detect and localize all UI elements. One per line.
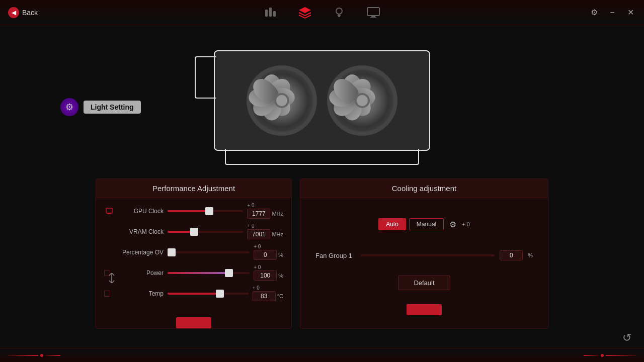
bottom-deco-left <box>8 354 60 357</box>
power-thumb[interactable] <box>225 269 233 277</box>
percentage-ov-value-container: + 0 % <box>254 244 283 260</box>
vram-clock-unit: MHz <box>272 231 283 237</box>
svg-point-4 <box>336 8 342 14</box>
main-content: Performance Adjustment GPU Clock <box>96 178 548 329</box>
deco-line-right-2 <box>584 355 599 356</box>
svg-rect-10 <box>106 208 112 213</box>
performance-apply-button[interactable] <box>176 317 211 328</box>
fan-2-center <box>355 93 370 108</box>
nav-icons <box>263 5 381 21</box>
cooling-apply-button[interactable] <box>407 304 442 315</box>
deco-line-left <box>8 355 38 356</box>
cooling-plus-zero: + 0 <box>462 221 470 227</box>
deco-dot-left <box>40 354 43 357</box>
back-label: Back <box>22 9 38 17</box>
fan-group-1-label: Fan Group 1 <box>315 252 356 259</box>
bottom-deco-right <box>584 354 636 357</box>
nav-performance-icon[interactable] <box>263 5 279 21</box>
temp-label: Temp <box>118 290 164 297</box>
gpu-clock-track <box>168 210 243 212</box>
manual-button[interactable]: Manual <box>409 218 444 230</box>
back-arrow-icon: ◀ <box>8 7 19 18</box>
power-section: Power + 0 % <box>104 265 283 281</box>
temp-unit: °C <box>277 293 283 299</box>
svg-rect-9 <box>370 17 376 18</box>
close-icon[interactable]: ✕ <box>625 7 636 18</box>
percentage-ov-thumb[interactable] <box>168 248 176 256</box>
deco-line-right <box>606 355 636 356</box>
gpu-clock-fill <box>168 210 209 212</box>
performance-body: GPU Clock + 0 MHz VR <box>96 198 291 313</box>
gpu-clock-icon <box>104 207 114 215</box>
light-setting-icon[interactable]: ⚙ <box>60 98 78 116</box>
vram-clock-row: VRAM Clock + 0 MHz <box>104 224 283 239</box>
minimize-icon[interactable]: − <box>607 7 618 18</box>
temp-input[interactable] <box>253 291 276 301</box>
vram-clock-track <box>168 231 243 233</box>
gpu-clock-label: GPU Clock <box>118 208 164 215</box>
back-button[interactable]: ◀ Back <box>8 7 38 18</box>
fan-group-1-input[interactable] <box>500 250 523 260</box>
temp-thumb[interactable] <box>216 290 224 298</box>
percentage-ov-label: Percentage OV <box>118 249 164 256</box>
power-unit: % <box>278 273 283 279</box>
vram-clock-slider[interactable] <box>168 231 243 233</box>
percentage-ov-delta: + 0 <box>254 244 261 249</box>
vram-clock-input[interactable] <box>247 229 270 239</box>
vram-clock-value-container: + 0 MHz <box>247 224 283 239</box>
gpu-clock-slider[interactable] <box>168 210 243 212</box>
nav-layers-icon[interactable] <box>297 5 313 21</box>
settings-icon[interactable]: ⚙ <box>589 7 600 18</box>
gpu-clock-row: GPU Clock + 0 MHz <box>104 203 283 219</box>
auto-manual-row: Auto Manual ⚙ + 0 <box>315 218 533 230</box>
cooling-default-button[interactable]: Default <box>398 276 450 290</box>
power-slider[interactable] <box>168 272 250 274</box>
gpu-clock-value-container: + 0 MHz <box>247 203 283 219</box>
temp-track <box>168 293 249 295</box>
percentage-ov-slider[interactable] <box>168 251 250 253</box>
auto-button[interactable]: Auto <box>378 218 406 230</box>
fan-group-1-row: Fan Group 1 % <box>315 250 533 260</box>
performance-apply-area <box>96 317 291 328</box>
temp-checkbox-wrap <box>104 291 114 297</box>
top-bar: ◀ Back <box>0 0 644 25</box>
fan-group-1-unit: % <box>528 252 533 258</box>
power-input[interactable] <box>254 270 277 281</box>
svg-rect-0 <box>265 10 268 17</box>
light-setting-label[interactable]: Light Setting <box>84 101 141 114</box>
nav-display-icon[interactable] <box>365 5 381 21</box>
deco-line-left-2 <box>45 355 60 356</box>
vram-clock-thumb[interactable] <box>190 228 198 236</box>
vram-clock-label: VRAM Clock <box>118 228 164 235</box>
bottom-right-arrow-icon[interactable]: ↺ <box>619 330 635 346</box>
vram-clock-delta: + 0 <box>247 224 254 229</box>
nav-light-icon[interactable] <box>331 5 347 21</box>
svg-rect-7 <box>367 8 379 16</box>
power-track <box>168 272 250 274</box>
gpu-illustration <box>191 30 453 171</box>
power-delta: + 0 <box>254 265 261 270</box>
svg-rect-6 <box>338 16 340 17</box>
cooling-apply-area <box>300 304 548 315</box>
fan-1-center <box>274 93 289 108</box>
svg-rect-1 <box>269 8 272 17</box>
gpu-clock-thumb[interactable] <box>205 207 213 215</box>
gpu-clock-input[interactable] <box>247 209 270 219</box>
gpu-clock-unit: MHz <box>272 211 283 217</box>
light-setting-area: ⚙ Light Setting <box>60 98 141 116</box>
temp-row: Temp + 0 °C <box>104 286 283 301</box>
fan-group-1-slider[interactable] <box>361 254 495 256</box>
temp-slider[interactable] <box>168 293 249 295</box>
svg-rect-11 <box>108 213 111 214</box>
performance-title: Performance Adjustment <box>96 179 291 198</box>
power-row: Power + 0 % <box>104 265 283 281</box>
power-value-container: + 0 % <box>254 265 283 281</box>
link-icon <box>108 273 115 283</box>
svg-marker-3 <box>299 7 311 13</box>
temp-checkbox[interactable] <box>104 291 110 297</box>
svg-rect-8 <box>371 16 375 17</box>
cooling-gear-icon[interactable]: ⚙ <box>447 218 459 230</box>
percentage-ov-input[interactable] <box>254 250 277 260</box>
percentage-ov-unit: % <box>278 252 283 258</box>
fan-2 <box>327 65 397 136</box>
